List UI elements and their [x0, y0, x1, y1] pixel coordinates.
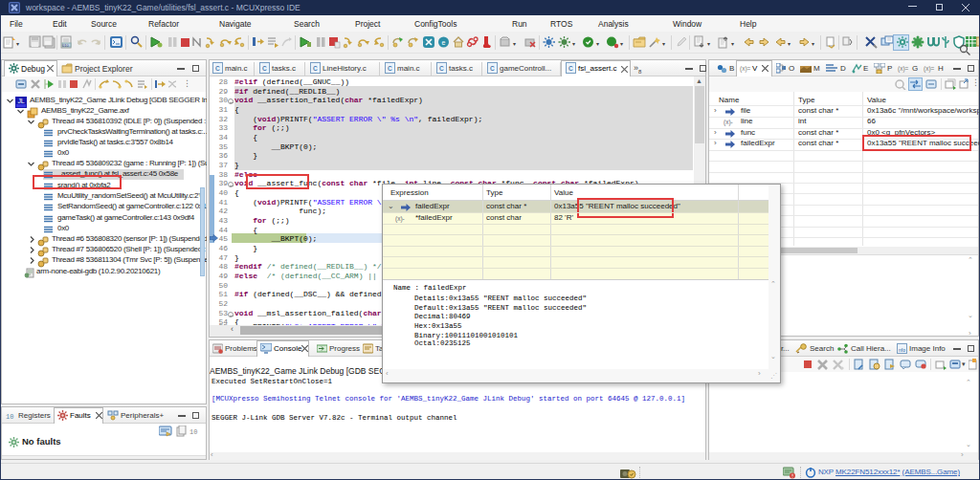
svg-text:c: c: [388, 64, 392, 74]
svg-text:nfo: nfo: [899, 347, 905, 353]
svg-text:10: 10: [6, 413, 13, 420]
svg-text:JL: JL: [18, 98, 25, 104]
svg-text:c: c: [490, 64, 495, 74]
svg-text:c: c: [313, 64, 318, 74]
svg-text:c: c: [568, 64, 573, 74]
svg-text:e: e: [442, 39, 446, 46]
svg-text:c: c: [215, 64, 220, 74]
svg-text:10: 10: [189, 428, 197, 436]
svg-text:010: 010: [62, 43, 69, 48]
svg-text:c: c: [439, 64, 444, 74]
svg-text:c: c: [262, 64, 267, 74]
